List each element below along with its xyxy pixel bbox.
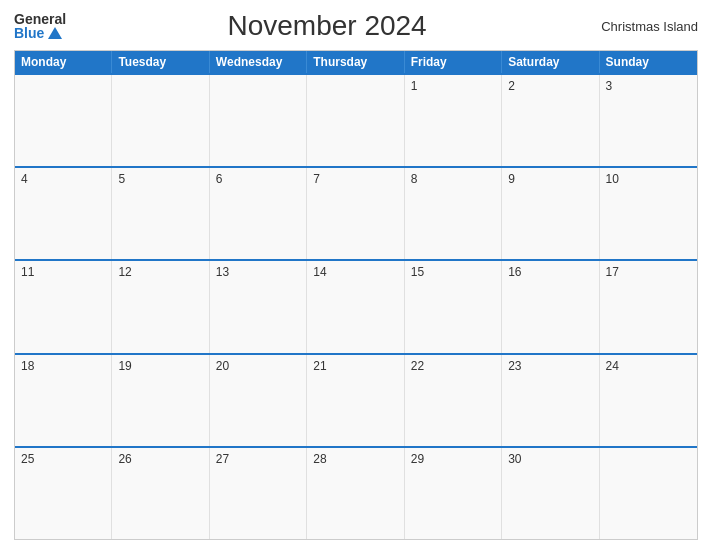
logo-general-text: General [14, 12, 66, 26]
cell-w4-mon: 18 [15, 355, 112, 446]
header-tuesday: Tuesday [112, 51, 209, 73]
cell-w3-sat: 16 [502, 261, 599, 352]
calendar-week-1: 1 2 3 [15, 73, 697, 166]
cell-w3-sun: 17 [600, 261, 697, 352]
cell-w5-mon: 25 [15, 448, 112, 539]
cell-w4-wed: 20 [210, 355, 307, 446]
calendar-week-2: 4 5 6 7 8 9 10 [15, 166, 697, 259]
cell-w3-tue: 12 [112, 261, 209, 352]
cell-w3-wed: 13 [210, 261, 307, 352]
cell-w1-wed [210, 75, 307, 166]
cell-w4-tue: 19 [112, 355, 209, 446]
logo: General Blue [14, 12, 66, 40]
location-label: Christmas Island [588, 19, 698, 34]
calendar-title: November 2024 [66, 10, 588, 42]
cell-w5-tue: 26 [112, 448, 209, 539]
page: General Blue November 2024 Christmas Isl… [0, 0, 712, 550]
cell-w1-sun: 3 [600, 75, 697, 166]
calendar-week-3: 11 12 13 14 15 16 17 [15, 259, 697, 352]
cell-w1-thu [307, 75, 404, 166]
cell-w4-thu: 21 [307, 355, 404, 446]
cell-w5-thu: 28 [307, 448, 404, 539]
cell-w2-fri: 8 [405, 168, 502, 259]
cell-w1-tue [112, 75, 209, 166]
cell-w4-fri: 22 [405, 355, 502, 446]
cell-w5-wed: 27 [210, 448, 307, 539]
cell-w2-mon: 4 [15, 168, 112, 259]
cell-w1-mon [15, 75, 112, 166]
header-wednesday: Wednesday [210, 51, 307, 73]
cell-w5-sun [600, 448, 697, 539]
cell-w3-mon: 11 [15, 261, 112, 352]
cell-w2-wed: 6 [210, 168, 307, 259]
cell-w2-tue: 5 [112, 168, 209, 259]
header-friday: Friday [405, 51, 502, 73]
cell-w4-sun: 24 [600, 355, 697, 446]
cell-w1-sat: 2 [502, 75, 599, 166]
header-thursday: Thursday [307, 51, 404, 73]
header-monday: Monday [15, 51, 112, 73]
cell-w5-fri: 29 [405, 448, 502, 539]
logo-triangle-icon [48, 27, 62, 39]
calendar-week-4: 18 19 20 21 22 23 24 [15, 353, 697, 446]
calendar-header: Monday Tuesday Wednesday Thursday Friday… [15, 51, 697, 73]
cell-w1-fri: 1 [405, 75, 502, 166]
calendar: Monday Tuesday Wednesday Thursday Friday… [14, 50, 698, 540]
header-sunday: Sunday [600, 51, 697, 73]
cell-w2-sat: 9 [502, 168, 599, 259]
cell-w3-thu: 14 [307, 261, 404, 352]
header-saturday: Saturday [502, 51, 599, 73]
cell-w2-sun: 10 [600, 168, 697, 259]
cell-w3-fri: 15 [405, 261, 502, 352]
logo-blue-row: Blue [14, 26, 66, 40]
cell-w2-thu: 7 [307, 168, 404, 259]
cell-w4-sat: 23 [502, 355, 599, 446]
header: General Blue November 2024 Christmas Isl… [14, 10, 698, 42]
logo-blue-text: Blue [14, 26, 44, 40]
cell-w5-sat: 30 [502, 448, 599, 539]
calendar-body: 1 2 3 4 5 6 7 8 9 10 11 12 13 14 15 16 [15, 73, 697, 539]
calendar-week-5: 25 26 27 28 29 30 [15, 446, 697, 539]
